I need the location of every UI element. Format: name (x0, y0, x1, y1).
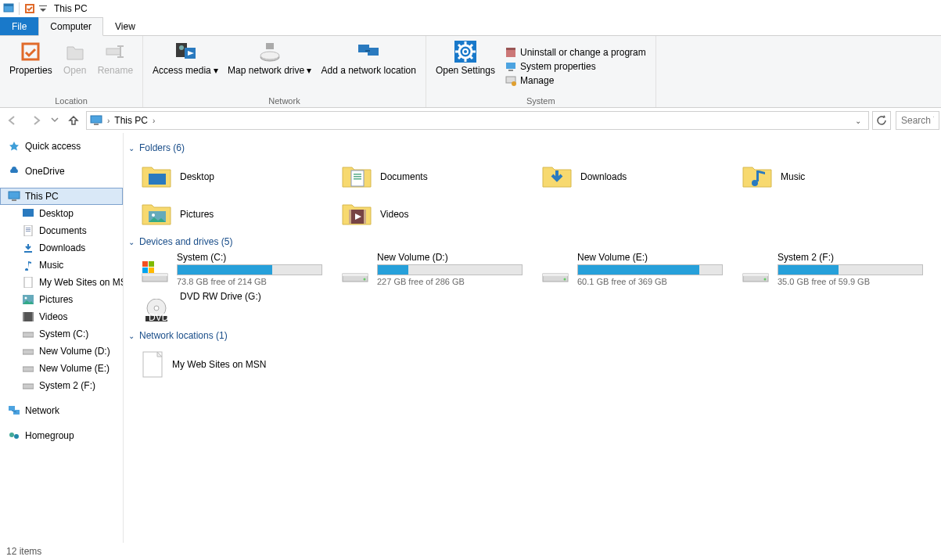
map-network-drive-button[interactable]: Map network drive ▾ (223, 38, 316, 95)
svg-rect-49 (23, 312, 24, 321)
drive-item[interactable]: DVDDVD RW Drive (G:) (127, 291, 327, 327)
quick-access-toolbar (2, 2, 48, 16)
folder-pictures[interactable]: Pictures (127, 196, 327, 233)
rename-icon (102, 39, 128, 64)
app-icon[interactable] (2, 2, 16, 16)
breadcrumb-this-pc[interactable]: This PC (114, 115, 148, 126)
item-label: Downloads (580, 171, 627, 182)
drive-item[interactable]: New Volume (D:)227 GB free of 286 GB (327, 252, 527, 291)
item-label: Music (781, 171, 805, 182)
item-label: Documents (380, 171, 428, 182)
properties-icon (18, 39, 43, 64)
svg-rect-30 (506, 48, 515, 50)
svg-line-27 (458, 56, 461, 59)
svg-rect-32 (508, 70, 513, 71)
ribbon-group-system: Open Settings Uninstall or change a prog… (426, 36, 656, 107)
access-media-button[interactable]: Access media ▾ (148, 38, 223, 95)
section-header-folders[interactable]: ⌄ Folders (6) (127, 139, 941, 158)
tab-view[interactable]: View (103, 17, 147, 35)
sidebar-system-c[interactable]: System (C:) (0, 325, 123, 343)
back-button[interactable] (2, 109, 23, 131)
folder-music[interactable]: Music (727, 158, 928, 196)
up-button[interactable] (63, 109, 84, 131)
manage-icon (505, 74, 517, 87)
sidebar-this-pc[interactable]: This PC (0, 188, 123, 205)
uninstall-program-button[interactable]: Uninstall or change a program (505, 46, 646, 59)
svg-point-83 (564, 278, 566, 281)
open-button[interactable]: Open (57, 38, 93, 95)
sidebar-new-volume-d[interactable]: New Volume (D:) (0, 343, 123, 360)
address-bar[interactable]: › This PC › ⌄ (86, 111, 869, 130)
tab-file[interactable]: File (0, 17, 38, 35)
folder-downloads[interactable]: Downloads (527, 158, 727, 196)
svg-rect-73 (142, 274, 167, 276)
system-properties-button[interactable]: System properties (505, 60, 646, 73)
drive-usage-bar (577, 264, 723, 275)
netloc-item[interactable]: My Web Sites on MSN (127, 346, 327, 383)
sidebar-downloads[interactable]: Downloads (0, 239, 123, 257)
folder-desktop[interactable]: Desktop (127, 158, 327, 196)
sidebar-my-web-sites[interactable]: My Web Sites on MSN (0, 274, 123, 291)
drive-item[interactable]: System (C:)73.8 GB free of 214 GB (127, 252, 327, 291)
sidebar-network[interactable]: Network (0, 402, 123, 419)
search-input[interactable] (901, 115, 934, 126)
svg-point-80 (364, 278, 366, 281)
sidebar-documents[interactable]: Documents (0, 222, 123, 239)
drive-name: System (C:) (177, 252, 322, 263)
qat-customize-icon[interactable] (38, 2, 48, 16)
chevron-right-icon[interactable]: › (151, 117, 156, 125)
drive-usage-bar (177, 264, 322, 275)
sidebar-homegroup[interactable]: Homegroup (0, 427, 123, 444)
section-title: Devices and drives (5) (139, 236, 232, 247)
drive-free-text: 60.1 GB free of 369 GB (577, 277, 723, 286)
recent-locations-button[interactable] (48, 109, 61, 131)
cloud-icon (8, 165, 20, 178)
folder-documents[interactable]: Documents (327, 158, 527, 196)
drive-item[interactable]: New Volume (E:)60.1 GB free of 369 GB (527, 252, 727, 291)
chevron-right-icon[interactable]: › (106, 117, 111, 125)
open-settings-button[interactable]: Open Settings (431, 38, 500, 95)
videos-icon (22, 311, 34, 323)
address-dropdown-icon[interactable]: ⌄ (851, 117, 865, 125)
sidebar-new-volume-e[interactable]: New Volume (E:) (0, 360, 123, 377)
sidebar-desktop[interactable]: Desktop (0, 205, 123, 222)
svg-rect-50 (32, 312, 34, 321)
forward-button[interactable] (25, 109, 47, 131)
svg-line-26 (470, 56, 472, 59)
sidebar-pictures[interactable]: Pictures (0, 291, 123, 308)
folder-downloads-icon (541, 161, 573, 192)
drive-usage-bar (377, 264, 523, 275)
rename-button[interactable]: Rename (93, 38, 138, 95)
add-network-location-icon (356, 39, 381, 64)
sidebar-quick-access[interactable]: Quick access (0, 138, 123, 155)
tab-computer[interactable]: Computer (38, 17, 103, 36)
sidebar-system2-f[interactable]: System 2 (F:) (0, 377, 123, 394)
sidebar-music[interactable]: Music (0, 257, 123, 274)
section-header-netloc[interactable]: ⌄ Network locations (1) (127, 327, 941, 346)
svg-point-20 (463, 49, 468, 54)
section-header-devices[interactable]: ⌄ Devices and drives (5) (127, 233, 941, 252)
sidebar-item-label: OneDrive (25, 166, 65, 177)
sidebar-videos[interactable]: Videos (0, 308, 123, 325)
properties-qat-icon[interactable] (23, 2, 37, 16)
svg-rect-5 (106, 48, 120, 55)
svg-rect-29 (506, 49, 515, 57)
sidebar-onedrive[interactable]: OneDrive (0, 163, 123, 180)
monitor-icon (8, 190, 20, 203)
folder-videos[interactable]: Videos (327, 196, 527, 233)
svg-rect-74 (142, 261, 148, 267)
svg-point-68 (152, 214, 155, 217)
svg-point-86 (764, 278, 767, 281)
drive-item[interactable]: System 2 (F:)35.0 GB free of 59.9 GB (727, 252, 928, 291)
add-network-location-button[interactable]: Add a network location (317, 38, 421, 95)
svg-rect-64 (354, 178, 361, 180)
svg-rect-48 (23, 312, 34, 321)
sidebar-item-label: Downloads (39, 242, 85, 253)
svg-rect-36 (94, 124, 99, 125)
svg-rect-75 (149, 261, 154, 267)
search-box[interactable] (896, 111, 939, 130)
refresh-button[interactable] (872, 111, 891, 130)
sidebar-item-label: New Volume (D:) (39, 346, 110, 357)
properties-button[interactable]: Properties (5, 38, 57, 95)
manage-button[interactable]: Manage (505, 74, 646, 87)
